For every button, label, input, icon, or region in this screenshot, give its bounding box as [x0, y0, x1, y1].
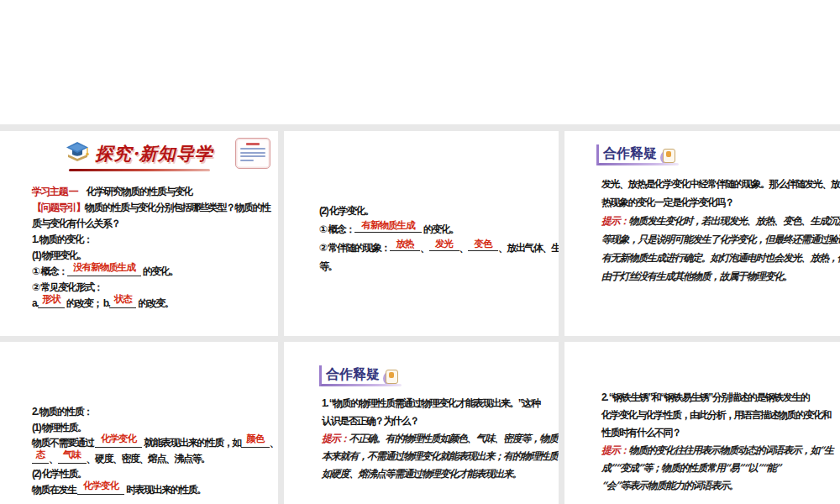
text-segment: 认识是否正确？为什么？ — [322, 415, 419, 427]
slide-thumbnail-1: 探究·新知导学 学习主题 一 化学研究物质的性质与变化【问题导引】物质的性质与变… — [0, 131, 278, 336]
slide-thumbnail-2: (2) 化学变化。① 概念：有新物质生成 的变化。② 常伴随的现象：放热、发光、… — [284, 131, 559, 336]
blank-answer-text: 状态 — [114, 291, 132, 307]
text-line: (2) 化学性质。 — [32, 466, 278, 482]
blank-answer-text: 颜色 — [246, 431, 264, 447]
text-line: 物质在发生 化学变化 时表现出来的性质。 — [32, 482, 278, 498]
text-segment: 如硬度、熔沸点等需通过物理变化才能表现出来。 — [322, 468, 522, 480]
text-line: (2) 化学变化。 — [319, 202, 559, 220]
text-line: 态、气味、硬度、密度、熔点、沸点等。 — [32, 451, 278, 467]
blank-answer-text: 化学变化 — [101, 431, 136, 447]
text-segment: 提示： — [601, 444, 628, 456]
text-line: 提示：物质发生变化时，若出现发光、放热、变色、生成沉淀 — [601, 212, 840, 230]
text-segment: “会”等表示物质能力的词语表示。 — [601, 480, 738, 491]
text-segment: 发光、放热是化学变化中经常伴随的现象。那么伴随发光、放 — [601, 178, 840, 190]
text-segment: 就能表现出来的性质，如 — [142, 437, 240, 449]
text-line: 热现象的变化一定是化学变化吗？ — [601, 193, 840, 212]
text-segment: 时表现出来的性质。 — [124, 484, 205, 496]
banner-underline — [69, 169, 210, 171]
slide4-text: 2. 物质的性质：(1) 物理性质。物质不需要通过 化学变化 就能表现出来的性质… — [32, 404, 278, 497]
text-line: ② 常伴随的现象：放热、发光、变色、放出气体、生成沉淀 — [319, 239, 559, 257]
text-segment: 物质的变化往往用表示物质动态的词语表示，如“生 — [628, 444, 832, 456]
text-line: 提示：物质的变化往往用表示物质动态的词语表示，如“生 — [601, 442, 840, 459]
text-segment: 由于灯丝没有生成其他物质，故属于物理变化。 — [601, 270, 792, 282]
header-underline — [321, 384, 402, 387]
text-segment: (2) 化学变化。 — [319, 205, 374, 217]
answer-blank: 化学变化 — [77, 482, 124, 495]
answer-blank: 放热 — [390, 239, 420, 251]
blank-answer-text: 气味 — [63, 447, 81, 463]
text-segment: 、 — [459, 242, 469, 254]
text-segment: 、 — [420, 242, 429, 254]
text-segment: 物质在发生 — [32, 484, 77, 496]
text-line: (1) 物理性质。 — [32, 420, 278, 436]
text-line: 化学变化与化学性质，由此分析，用语言描述物质的变化和 — [601, 407, 840, 424]
text-segment: 质与变化有什么关系？ — [32, 218, 120, 229]
text-line: 等现象，只是说明可能发生了化学变化，但最终还需通过验证 — [601, 230, 840, 249]
text-line: 1. 物质的变化： — [32, 232, 278, 248]
text-line: 成”“变成”等；物质的性质常用“易”“以”“能” — [601, 459, 840, 477]
cooperation-header: 合作释疑 — [319, 365, 400, 386]
blank-answer-text: 变色 — [475, 234, 492, 253]
text-segment: 等现象，只是说明可能发生了化学变化，但最终还需通过验证 — [601, 234, 840, 245]
text-segment: (2) 化学性质。 — [32, 468, 87, 480]
answer-blank: 发光 — [429, 239, 459, 251]
text-segment: 【问题导引】 — [32, 202, 85, 213]
note-badge-title-line — [246, 143, 260, 145]
slide-thumbnail-4: 2. 物质的性质：(1) 物理性质。物质不需要通过 化学变化 就能表现出来的性质… — [0, 342, 278, 504]
text-line: 如硬度、熔沸点等需通过物理变化才能表现出来。 — [322, 465, 559, 483]
slide5-text: 1. “物质的物理性质需通过物理变化才能表现出来。”这种认识是否正确？为什么？提… — [322, 395, 559, 483]
text-segment: (1) 物理性质。 — [32, 422, 87, 433]
text-segment: 成”“变成”等；物质的性质常用“易”“以”“能” — [601, 462, 780, 474]
text-segment: 的改变。 — [136, 297, 173, 309]
text-segment: a. — [32, 297, 38, 309]
cooperation-header: 合作释疑 — [596, 144, 677, 165]
answer-blank: 颜色 — [241, 435, 270, 448]
slide-thumbnail-5: 合作释疑 1. “物质的物理性质需通过物理变化才能表现出来。”这种认识是否正确？… — [284, 342, 559, 504]
slide1-banner-title: 探究·新知导学 — [95, 142, 213, 165]
slide2-text: (2) 化学变化。① 概念：有新物质生成 的变化。② 常伴随的现象：放热、发光、… — [319, 202, 559, 276]
slide3-text: 发光、放热是化学变化中经常伴随的现象。那么伴随发光、放热现象的变化一定是化学变化… — [601, 175, 840, 286]
text-line: 2. “钢铁生锈”和“钢铁易生锈”分别描述的是钢铁发生的 — [601, 389, 840, 407]
text-segment: 化学变化与化学性质，由此分析，用语言描述物质的变化和 — [601, 409, 831, 421]
text-segment: 2. “钢铁生锈”和“钢铁易生锈”分别描述的是钢铁发生的 — [601, 391, 809, 403]
blank-answer-text: 形状 — [43, 291, 60, 307]
blank-answer-text: 有新物质生成 — [362, 216, 415, 234]
text-line: 性质时有什么不同？ — [601, 424, 840, 442]
courseware-page: 探究·新知导学 学习主题 一 化学研究物质的性质与变化【问题导引】物质的性质与变… — [0, 0, 840, 504]
answer-blank: 有新物质生成 — [354, 220, 422, 233]
header-underline — [598, 163, 679, 166]
text-line: (1) 物理变化。 — [32, 248, 278, 264]
text-line: 发光、放热是化学变化中经常伴随的现象。那么伴随发光、放 — [601, 175, 840, 193]
blank-answer-text: 发光 — [435, 234, 453, 253]
text-segment: 化学研究物质的性质与变化 — [77, 186, 192, 197]
text-segment: 的变化。 — [422, 223, 459, 235]
slide6-text: 2. “钢铁生锈”和“钢铁易生锈”分别描述的是钢铁发生的化学变化与化学性质，由此… — [601, 389, 840, 495]
text-segment: 性质时有什么不同？ — [601, 427, 681, 438]
slide-thumbnail-3: 合作释疑 发光、放热是化学变化中经常伴随的现象。那么伴随发光、放热现象的变化一定… — [564, 131, 840, 336]
text-line: 1. “物质的物理性质需通过物理变化才能表现出来。”这种 — [322, 395, 559, 412]
blank-answer-text: 放热 — [396, 234, 414, 253]
text-line: 质与变化有什么关系？ — [32, 216, 278, 232]
slide-thumbnail-6: 2. “钢铁生锈”和“钢铁易生锈”分别描述的是钢铁发生的化学变化与化学性质，由此… — [564, 342, 840, 504]
text-segment: ① 概念： — [319, 223, 354, 235]
text-line: 【问题导引】物质的性质与变化分别包括哪些类型？物质的性 — [32, 200, 278, 216]
text-line: ① 概念：没有新物质生成 的变化。 — [32, 264, 278, 280]
text-segment: 物质发生变化时，若出现发光、放热、变色、生成沉淀 — [628, 215, 840, 227]
text-segment: ① 概念： — [32, 265, 67, 277]
text-line: 由于灯丝没有生成其他物质，故属于物理变化。 — [601, 267, 840, 286]
text-segment: 、 — [49, 453, 58, 465]
blank-answer-text: 化学变化 — [83, 478, 118, 494]
text-line: “会”等表示物质能力的词语表示。 — [601, 477, 840, 495]
slide1-text: 学习主题 一 化学研究物质的性质与变化【问题导引】物质的性质与变化分别包括哪些类… — [32, 184, 278, 312]
text-segment: 学习主题 一 — [32, 186, 77, 197]
answer-blank: 状态 — [109, 296, 136, 308]
text-segment: 物质的性质与变化分别包括哪些类型？物质的性 — [85, 202, 270, 213]
text-segment: 的改变； b. — [65, 297, 109, 309]
text-segment: 不正确。有的物理性质如颜色、气味、密度等，物质 — [349, 433, 557, 444]
note-badge — [235, 138, 270, 169]
text-segment: 等。 — [319, 260, 337, 272]
text-line: 有无新物质生成进行确定。如灯泡通电时也会发光、放热，但 — [601, 249, 840, 267]
text-segment: ② 常伴随的现象： — [319, 242, 390, 254]
graduation-cap-icon — [65, 140, 90, 166]
text-segment: 2. 物质的性质： — [32, 406, 92, 417]
